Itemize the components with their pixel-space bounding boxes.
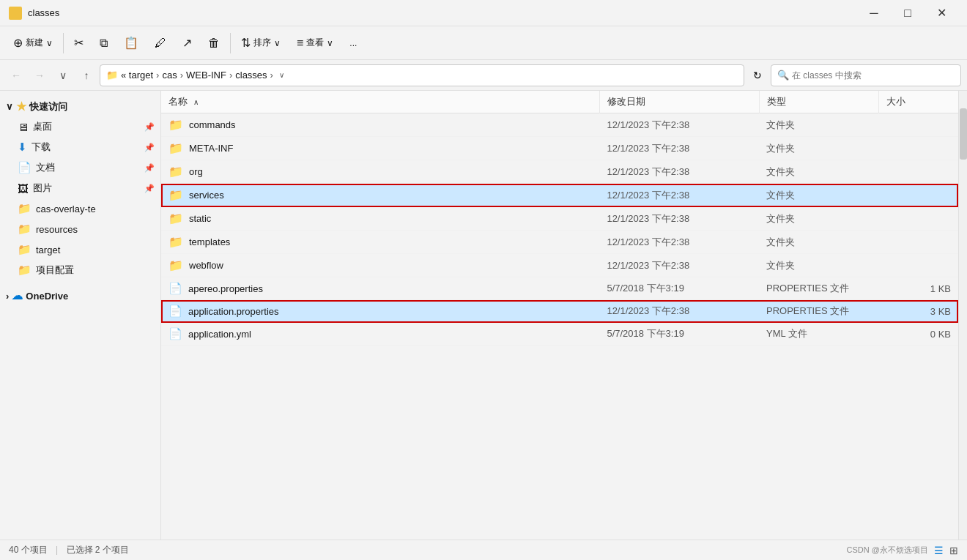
dropdown-button[interactable]: ∨ <box>53 65 73 86</box>
sidebar-item-target[interactable]: 📁 target <box>0 239 160 260</box>
folder-icon: 📁 <box>168 188 183 202</box>
folder-icon: 📁 <box>168 165 183 179</box>
pin-icon: 📌 <box>144 184 155 193</box>
cell-name: 📁 commands <box>161 113 599 137</box>
folder-icon: 📁 <box>168 258 183 272</box>
file-name: commands <box>189 119 236 130</box>
title-bar-left: classes <box>9 7 59 20</box>
quick-access-header[interactable]: ∨ ★ 快速访问 <box>0 97 160 116</box>
total-items: 40 个项目 <box>9 545 48 555</box>
table-row[interactable]: 📁 commands 12/1/2023 下午2:38 文件夹 <box>161 113 958 137</box>
sidebar-item-downloads[interactable]: ⬇ 下载 📌 <box>0 137 160 157</box>
onedrive-header[interactable]: › ☁ OneDrive <box>0 286 160 305</box>
cell-type: 文件夹 <box>759 160 878 184</box>
breadcrumb-item[interactable]: classes <box>235 70 267 81</box>
pictures-icon: 🖼 <box>18 182 29 195</box>
forward-button[interactable]: → <box>29 65 50 86</box>
selected-items: 已选择 2 个项目 <box>67 545 129 555</box>
breadcrumb-bar[interactable]: 📁 « target › cas › WEB-INF › classes › ∨ <box>100 64 744 86</box>
cell-modified: 12/1/2023 下午2:38 <box>599 184 759 207</box>
sidebar-item-documents[interactable]: 📄 文档 📌 <box>0 157 160 178</box>
table-row[interactable]: 📄 application.properties 12/1/2023 下午2:3… <box>161 300 958 323</box>
breadcrumb-item[interactable]: WEB-INF <box>186 70 226 81</box>
table-row[interactable]: 📄 application.yml 5/7/2018 下午3:19 YML 文件… <box>161 323 958 346</box>
sidebar-item-resources[interactable]: 📁 resources <box>0 219 160 239</box>
table-row[interactable]: 📁 org 12/1/2023 下午2:38 文件夹 <box>161 160 958 184</box>
table-row[interactable]: 📄 apereo.properties 5/7/2018 下午3:19 PROP… <box>161 277 958 300</box>
copy-button[interactable]: ⧉ <box>92 33 115 53</box>
cell-modified: 12/1/2023 下午2:38 <box>599 231 759 254</box>
table-row[interactable]: 📁 static 12/1/2023 下午2:38 文件夹 <box>161 207 958 231</box>
cell-type: YML 文件 <box>759 323 878 346</box>
quick-access-chevron: ∨ <box>6 101 13 112</box>
file-icon: 📄 <box>168 282 182 295</box>
search-bar[interactable]: 🔍 <box>771 64 961 86</box>
view-list-icon[interactable]: ☰ <box>934 545 944 556</box>
minimize-button[interactable]: ─ <box>857 0 891 26</box>
toolbar-separator-1 <box>63 33 64 53</box>
delete-button[interactable]: 🗑 <box>201 33 227 53</box>
onedrive-icon: ☁ <box>12 289 23 302</box>
title-bar-folder-icon <box>9 7 22 20</box>
status-left: 40 个项目 | 已选择 2 个项目 <box>9 544 129 556</box>
search-icon: 🔍 <box>777 70 789 81</box>
quick-access-star-icon: ★ <box>16 100 26 113</box>
title-bar-title: classes <box>28 7 59 18</box>
new-button[interactable]: ⊕ 新建 ∨ <box>6 32 60 53</box>
col-modified[interactable]: 修改日期 <box>599 91 759 113</box>
file-name: application.yml <box>188 329 251 340</box>
rename-button[interactable]: 🖊 <box>147 33 174 53</box>
close-button[interactable]: ✕ <box>925 0 958 26</box>
sort-icon: ⇅ <box>241 36 251 50</box>
view-icon: ≡ <box>297 37 303 50</box>
table-row[interactable]: 📁 services 12/1/2023 下午2:38 文件夹 <box>161 184 958 207</box>
col-type[interactable]: 类型 <box>759 91 878 113</box>
search-input[interactable] <box>792 70 955 81</box>
back-button[interactable]: ← <box>6 65 26 86</box>
cell-modified: 12/1/2023 下午2:38 <box>599 300 759 323</box>
refresh-button[interactable]: ↻ <box>747 65 768 86</box>
cell-name: 📄 apereo.properties <box>161 277 599 300</box>
resources-folder-icon: 📁 <box>18 223 32 236</box>
view-button[interactable]: ≡ 查看 ∨ <box>289 33 341 53</box>
sidebar-item-desktop[interactable]: 🖥 桌面 📌 <box>0 116 160 137</box>
scrollbar[interactable] <box>958 91 967 540</box>
sort-button[interactable]: ⇅ 排序 ∨ <box>234 32 288 53</box>
maximize-button[interactable]: □ <box>891 0 925 26</box>
sidebar-item-cas-overlay[interactable]: 📁 cas-overlay-te <box>0 198 160 219</box>
title-bar-controls: ─ □ ✕ <box>857 0 958 26</box>
share-button[interactable]: ↗ <box>175 32 199 53</box>
paste-button[interactable]: 📋 <box>116 32 146 53</box>
documents-icon: 📄 <box>18 161 32 174</box>
status-bar: 40 个项目 | 已选择 2 个项目 CSDN @永不烦选项目 ☰ ⊞ <box>0 540 967 560</box>
col-size[interactable]: 大小 <box>878 91 958 113</box>
cell-size <box>878 231 958 254</box>
view-grid-icon[interactable]: ⊞ <box>949 545 958 556</box>
cell-name: 📁 services <box>161 184 599 207</box>
breadcrumb-item[interactable]: « target <box>121 70 153 81</box>
sidebar-item-pictures[interactable]: 🖼 图片 📌 <box>0 178 160 198</box>
file-name: org <box>189 166 203 177</box>
table-row[interactable]: 📁 META-INF 12/1/2023 下午2:38 文件夹 <box>161 137 958 160</box>
cell-name: 📁 org <box>161 160 599 184</box>
cut-button[interactable]: ✂ <box>67 32 91 53</box>
more-button[interactable]: ... <box>342 34 364 52</box>
title-bar: classes ─ □ ✕ <box>0 0 967 26</box>
folder-icon: 📁 <box>168 235 183 249</box>
file-list-container: 名称 ∧ 修改日期 类型 大小 📁 commands 12/1/2023 下午2… <box>161 91 958 540</box>
table-row[interactable]: 📁 webflow 12/1/2023 下午2:38 文件夹 <box>161 254 958 277</box>
col-name[interactable]: 名称 ∧ <box>161 91 599 113</box>
cell-name: 📁 META-INF <box>161 137 599 160</box>
cell-type: 文件夹 <box>759 207 878 231</box>
file-icon: 📄 <box>168 305 182 318</box>
table-row[interactable]: 📁 templates 12/1/2023 下午2:38 文件夹 <box>161 231 958 254</box>
sidebar-item-project-config[interactable]: 📁 项目配置 <box>0 260 160 280</box>
breadcrumb-item[interactable]: cas <box>162 70 177 81</box>
pin-icon: 📌 <box>144 122 155 132</box>
up-button[interactable]: ↑ <box>76 65 97 86</box>
cell-modified: 12/1/2023 下午2:38 <box>599 137 759 160</box>
scroll-thumb[interactable] <box>960 108 967 160</box>
pin-icon: 📌 <box>144 143 155 152</box>
breadcrumb-dropdown-button[interactable]: ∨ <box>279 71 284 79</box>
cell-size: 1 KB <box>878 277 958 300</box>
